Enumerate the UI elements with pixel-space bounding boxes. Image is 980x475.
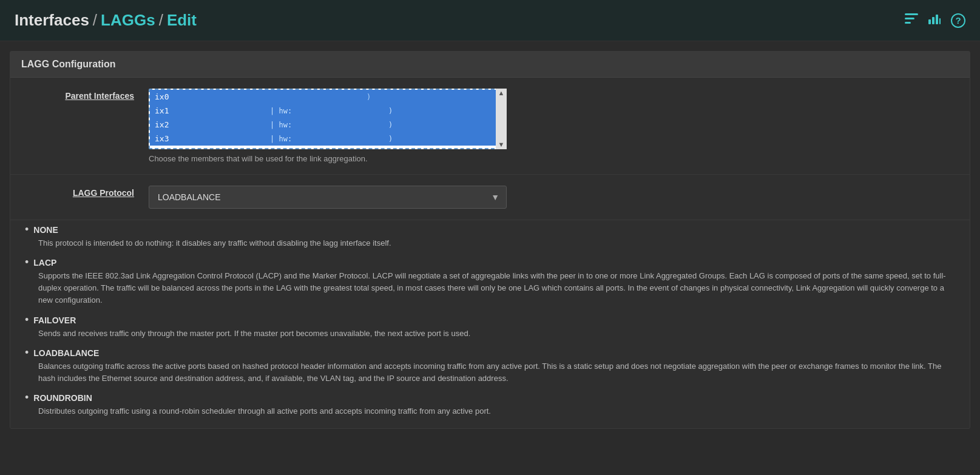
breadcrumb-edit[interactable]: Edit (167, 11, 197, 30)
protocol-failover-desc: Sends and receives traffic only through … (25, 328, 955, 340)
scroll-up-arrow[interactable]: ▲ (498, 90, 505, 96)
breadcrumb-laggs[interactable]: LAGGs (101, 11, 155, 30)
svg-rect-1 (905, 18, 914, 19)
protocol-none-name: NONE (33, 225, 58, 235)
breadcrumb: Interfaces / LAGGs / Edit (15, 11, 197, 30)
breadcrumb-sep-1: / (93, 11, 97, 30)
parent-interfaces-row: Parent Interfaces ix0 ) ix1 (10, 78, 970, 175)
bullet-failover: • (25, 314, 29, 325)
svg-rect-6 (939, 18, 941, 24)
list-item[interactable]: ix3 | hw: ) (150, 132, 505, 146)
protocol-select-wrapper: NONE LACP FAILOVER LOADBALANCE ROUNDROBI… (149, 186, 507, 209)
parent-interfaces-content: ix0 ) ix1 | hw: ) (149, 89, 955, 163)
svg-rect-2 (905, 22, 911, 24)
listbox-scrollbar[interactable]: ▲ ▼ (496, 89, 507, 149)
header-icons: ? (905, 13, 965, 28)
bullet-roundrobin: • (25, 392, 29, 403)
protocol-roundrobin-desc: Distributes outgoing traffic using a rou… (25, 405, 955, 417)
lagg-config-card: LAGG Configuration Parent Interfaces ix0… (10, 51, 970, 429)
section-title: LAGG Configuration (10, 52, 970, 78)
protocol-lacp-name: LACP (33, 258, 56, 268)
main-content: LAGG Configuration Parent Interfaces ix0… (0, 51, 980, 429)
bullet-none: • (25, 224, 29, 235)
svg-rect-0 (905, 13, 918, 15)
protocol-lacp: • LACP Supports the IEEE 802.3ad Link Ag… (25, 257, 955, 306)
protocol-loadbalance-desc: Balances outgoing traffic across the act… (25, 360, 955, 385)
bullet-loadbalance: • (25, 347, 29, 358)
protocol-roundrobin: • ROUNDROBIN Distributes outgoing traffi… (25, 392, 955, 417)
scroll-down-arrow[interactable]: ▼ (498, 141, 505, 148)
lagg-protocol-row: LAGG Protocol NONE LACP FAILOVER LOADBAL… (10, 175, 970, 220)
parent-interfaces-hint: Choose the members that will be used for… (149, 154, 955, 163)
protocol-lacp-desc: Supports the IEEE 802.3ad Link Aggregati… (25, 270, 955, 306)
filter-icon[interactable] (905, 13, 918, 27)
svg-rect-5 (936, 15, 938, 24)
chart-icon[interactable] (928, 13, 941, 27)
protocol-failover: • FAILOVER Sends and receives traffic on… (25, 314, 955, 340)
protocol-none: • NONE This protocol is intended to do n… (25, 224, 955, 249)
svg-rect-3 (928, 19, 931, 24)
protocol-failover-name: FAILOVER (33, 315, 76, 325)
svg-rect-4 (932, 17, 934, 24)
protocol-none-desc: This protocol is intended to do nothing:… (25, 237, 955, 249)
lagg-protocol-content: NONE LACP FAILOVER LOADBALANCE ROUNDROBI… (149, 186, 955, 209)
parent-interfaces-listbox[interactable]: ix0 ) ix1 | hw: ) (149, 89, 507, 149)
list-item[interactable]: ix2 | hw: ) (150, 118, 505, 132)
help-icon[interactable]: ? (951, 13, 965, 28)
bullet-lacp: • (25, 257, 29, 268)
parent-interfaces-label: Parent Interfaces (25, 89, 134, 101)
breadcrumb-sep-2: / (159, 11, 163, 30)
list-item[interactable]: ix0 ) (150, 90, 505, 104)
list-item[interactable]: ix1 | hw: ) (150, 104, 505, 118)
breadcrumb-interfaces: Interfaces (15, 11, 89, 30)
protocol-select[interactable]: NONE LACP FAILOVER LOADBALANCE ROUNDROBI… (149, 186, 507, 209)
header: Interfaces / LAGGs / Edit ? (0, 0, 980, 41)
protocol-roundrobin-name: ROUNDROBIN (33, 393, 92, 403)
lagg-protocol-label: LAGG Protocol (25, 186, 134, 198)
protocol-loadbalance-name: LOADBALANCE (33, 348, 99, 358)
protocol-loadbalance: • LOADBALANCE Balances outgoing traffic … (25, 347, 955, 385)
listbox-container: ix0 ) ix1 | hw: ) (149, 89, 507, 149)
protocol-descriptions: • NONE This protocol is intended to do n… (10, 220, 970, 428)
